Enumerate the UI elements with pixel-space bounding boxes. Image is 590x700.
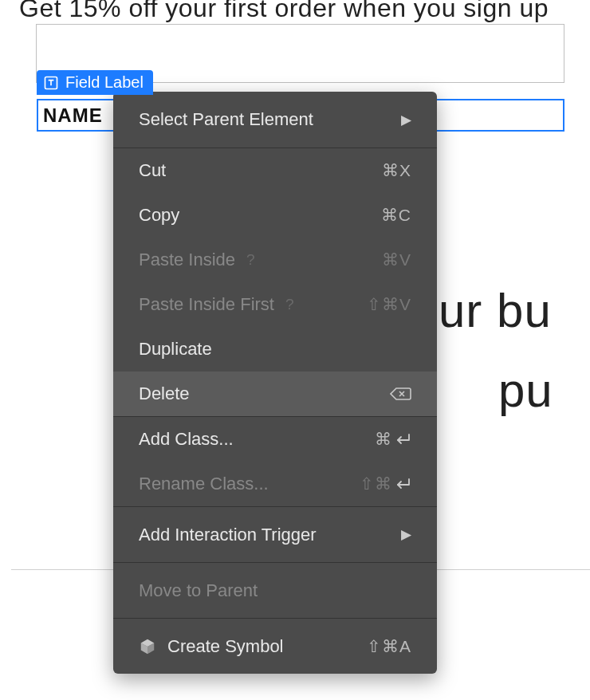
shortcut-text: ⇧⌘ (360, 474, 411, 494)
menu-label: Create Symbol (167, 636, 284, 657)
field-label-text: NAME (43, 104, 103, 127)
menu-add-class[interactable]: Add Class... ⌘ (113, 417, 437, 462)
shortcut-text: ⌘C (381, 206, 411, 225)
menu-label: Copy (139, 205, 179, 226)
background-heading-fragment-2: pu (498, 363, 553, 418)
enter-icon (394, 433, 411, 446)
text-element-icon (43, 75, 59, 91)
menu-label: Move to Parent (139, 580, 258, 601)
context-menu: Select Parent Element ▶ Cut ⌘X Copy ⌘C P… (113, 92, 437, 674)
shortcut-text: ⇧⌘A (367, 637, 411, 656)
menu-add-interaction-trigger[interactable]: Add Interaction Trigger ▶ (113, 507, 437, 562)
menu-create-symbol[interactable]: Create Symbol ⇧⌘A (113, 619, 437, 674)
menu-copy[interactable]: Copy ⌘C (113, 193, 437, 238)
shortcut-text: ⌘V (382, 250, 411, 269)
menu-paste-inside: Paste Inside ? ⌘V (113, 238, 437, 282)
menu-label: Duplicate (139, 339, 212, 360)
menu-label: Rename Class... (139, 474, 269, 494)
help-icon: ? (285, 296, 294, 313)
background-heading-fragment-1: ur bu (439, 283, 552, 338)
element-label-tag[interactable]: Field Label (37, 70, 153, 95)
shortcut-text: ⌘ (375, 430, 411, 449)
menu-move-to-parent: Move to Parent (113, 563, 437, 618)
shortcut-text: ⌘X (382, 161, 411, 180)
menu-label: Add Class... (139, 429, 234, 450)
chevron-right-icon: ▶ (401, 112, 411, 128)
menu-paste-inside-first: Paste Inside First ? ⇧⌘V (113, 282, 437, 327)
shortcut-text: ⇧⌘V (367, 295, 411, 314)
menu-label: Paste Inside (139, 250, 235, 270)
menu-label: Add Interaction Trigger (139, 525, 317, 545)
menu-delete[interactable]: Delete (113, 372, 437, 416)
menu-duplicate[interactable]: Duplicate (113, 327, 437, 372)
promo-text: Get 15% off your first order when you si… (19, 0, 549, 23)
menu-rename-class: Rename Class... ⇧⌘ (113, 462, 437, 506)
symbol-icon (139, 638, 156, 655)
menu-label: Paste Inside First (139, 294, 274, 315)
menu-select-parent[interactable]: Select Parent Element ▶ (113, 92, 437, 147)
help-icon: ? (246, 251, 255, 269)
menu-label: Select Parent Element (139, 109, 313, 130)
enter-icon (394, 478, 411, 490)
backspace-icon (389, 386, 411, 402)
menu-label: Delete (139, 383, 190, 404)
menu-label: Cut (139, 160, 166, 181)
element-label-text: Field Label (65, 73, 144, 92)
chevron-right-icon: ▶ (401, 526, 411, 543)
menu-cut[interactable]: Cut ⌘X (113, 148, 437, 193)
